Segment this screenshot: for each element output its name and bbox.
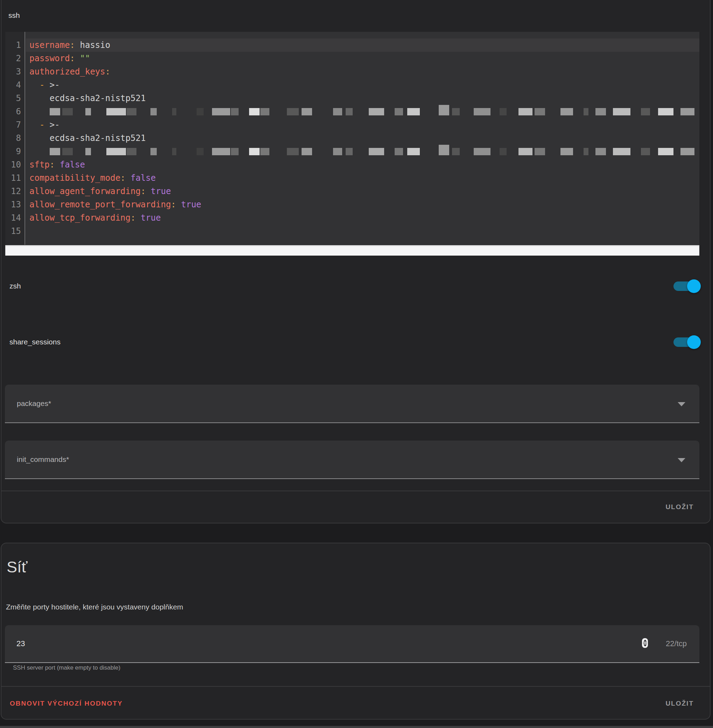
ssh-port-input[interactable]: [16, 625, 87, 662]
code-line: 13allow_remote_port_forwarding: true: [5, 198, 700, 211]
chevron-down-icon: [678, 402, 685, 406]
ssh-port-helper-text: SSH server port (make empty to disable): [13, 664, 120, 671]
code-line: 3authorized_keys:: [5, 65, 700, 78]
network-card: Síť Změňte porty hostitele, které jsou v…: [1, 543, 710, 720]
share-sessions-toggle[interactable]: [673, 338, 700, 347]
code-line: 4 - >-: [5, 78, 700, 92]
code-line: 10sftp: false: [5, 158, 700, 171]
toggle-thumb: [687, 335, 701, 349]
code-line: 12allow_agent_forwarding: true: [5, 185, 700, 198]
redacted-key-blur: [50, 105, 700, 118]
init-commands-select[interactable]: init_commands*: [5, 441, 700, 479]
code-line: 6: [5, 105, 700, 118]
code-line: 2password: "": [5, 52, 700, 65]
ssh-section-label: ssh: [8, 11, 20, 19]
code-line: 7 - >-: [5, 118, 700, 131]
editor-horizontal-scrollbar[interactable]: [5, 245, 700, 256]
yaml-editor[interactable]: 1username: hassio2password: ""3authorize…: [5, 32, 700, 245]
packages-select[interactable]: packages*: [5, 385, 700, 423]
code-line: 15: [5, 225, 700, 238]
stepper-divider: [643, 643, 647, 643]
zsh-toggle-label: zsh: [9, 281, 21, 290]
bottom-bar: [0, 726, 713, 728]
save-network-button[interactable]: ULOŽIT: [665, 696, 694, 711]
packages-select-label: packages*: [17, 385, 51, 423]
save-options-button[interactable]: ULOŽIT: [665, 499, 694, 515]
container-port-suffix: 22/tcp: [666, 625, 687, 662]
code-line: 14allow_tcp_forwarding: true: [5, 211, 700, 225]
code-line: 1username: hassio: [5, 39, 700, 52]
ssh-config-card: ssh 1username: hassio2password: ""3autho…: [1, 0, 710, 523]
reset-defaults-button[interactable]: OBNOVIT VÝCHOZÍ HODNOTY: [10, 696, 123, 711]
network-section-title: Síť: [7, 558, 27, 576]
code-line: 8 ecdsa-sha2-nistp521: [5, 131, 700, 145]
divider: [1, 491, 710, 491]
stepper-up-icon: [643, 640, 647, 642]
divider: [1, 686, 710, 687]
number-stepper-icon[interactable]: [642, 638, 648, 648]
chevron-down-icon: [678, 458, 685, 462]
zsh-toggle[interactable]: [673, 281, 700, 291]
init-commands-select-label: init_commands*: [17, 441, 69, 478]
share-sessions-toggle-label: share_sessions: [9, 338, 61, 347]
redacted-key-blur: [50, 145, 700, 158]
ssh-port-field[interactable]: 22/tcp: [5, 625, 700, 663]
network-description: Změňte porty hostitele, které jsou vysta…: [6, 603, 183, 611]
code-line: 9: [5, 145, 700, 158]
code-line: 5 ecdsa-sha2-nistp521: [5, 92, 700, 105]
code-lines: 1username: hassio2password: ""3authorize…: [5, 39, 700, 238]
toggle-thumb: [687, 279, 701, 293]
stepper-down-icon: [643, 645, 647, 646]
code-line: 11compatibility_mode: false: [5, 171, 700, 185]
